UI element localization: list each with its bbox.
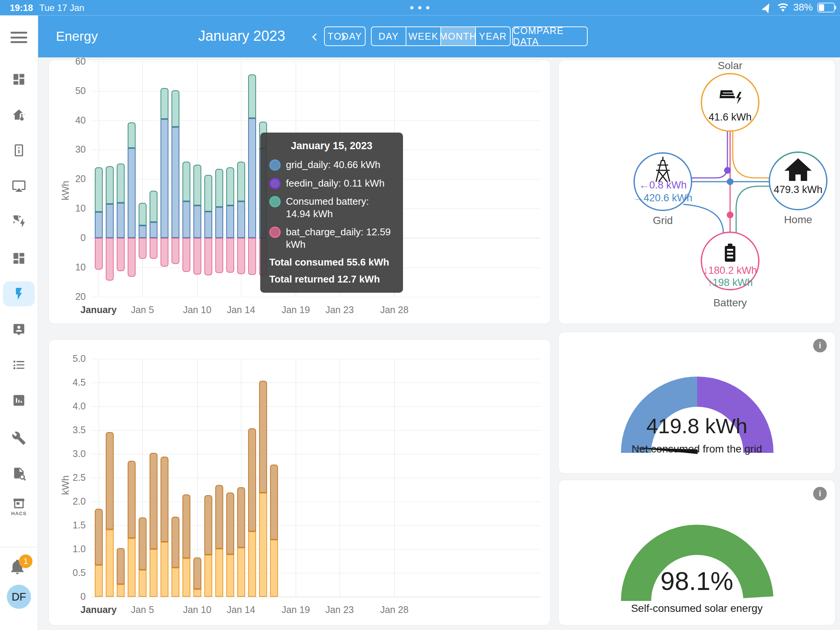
tab-week[interactable]: WEEK xyxy=(406,27,441,45)
sidebar-item-solar-power[interactable] xyxy=(3,209,35,234)
bar-bat_charge_daily-day-5[interactable] xyxy=(139,238,147,259)
avatar[interactable]: DF xyxy=(7,585,31,609)
bar-bat_charge_daily-day-13[interactable] xyxy=(226,238,234,273)
bar-solar_production-day-14[interactable] xyxy=(237,487,245,548)
menu-icon[interactable] xyxy=(11,30,27,44)
bar-grid_daily-day-6[interactable] xyxy=(150,222,158,238)
sidebar-item-view-dashboard[interactable] xyxy=(3,67,35,92)
bar-solar_production-day-2[interactable] xyxy=(106,432,114,529)
bar-solar_production-day-1[interactable] xyxy=(95,509,103,565)
bar-self_consumed_solar-day-12[interactable] xyxy=(215,549,223,597)
bar-solar_production-day-17[interactable] xyxy=(270,464,278,540)
sidebar-item-home-thermometer[interactable] xyxy=(3,103,35,127)
tab-month[interactable]: MONTH xyxy=(441,27,476,45)
bar-grid_daily-day-15[interactable] xyxy=(248,118,256,238)
bar-consumed_battery-day-15[interactable] xyxy=(248,74,256,118)
bar-bat_charge_daily-day-11[interactable] xyxy=(204,238,212,275)
bar-grid_daily-day-3[interactable] xyxy=(117,203,125,238)
bar-bat_charge_daily-day-15[interactable] xyxy=(248,238,256,275)
sidebar-item-tablet-info[interactable] xyxy=(3,138,35,163)
bar-solar_production-day-11[interactable] xyxy=(204,495,212,555)
bar-grid_daily-day-1[interactable] xyxy=(95,212,103,238)
sidebar-item-lightning-bolt[interactable] xyxy=(3,281,35,306)
bar-solar_production-day-5[interactable] xyxy=(139,518,147,570)
bar-self_consumed_solar-day-11[interactable] xyxy=(204,555,212,597)
bar-self_consumed_solar-day-4[interactable] xyxy=(128,538,136,597)
bar-grid_daily-day-9[interactable] xyxy=(182,201,190,238)
bar-self_consumed_solar-day-7[interactable] xyxy=(161,542,169,597)
bar-bat_charge_daily-day-1[interactable] xyxy=(95,238,103,270)
bar-grid_daily-day-7[interactable] xyxy=(161,119,169,238)
bar-consumed_battery-day-6[interactable] xyxy=(150,191,158,222)
bar-consumed_battery-day-1[interactable] xyxy=(95,167,103,212)
bar-self_consumed_solar-day-17[interactable] xyxy=(270,540,278,597)
bar-bat_charge_daily-day-2[interactable] xyxy=(106,238,114,281)
sidebar-item-view-dashboard-alt[interactable] xyxy=(3,246,35,271)
bar-consumed_battery-day-14[interactable] xyxy=(237,162,245,201)
bar-solar_production-day-8[interactable] xyxy=(172,517,179,568)
sidebar-item-list-status[interactable] xyxy=(3,352,35,377)
bar-self_consumed_solar-day-10[interactable] xyxy=(193,589,201,597)
bar-self_consumed_solar-day-16[interactable] xyxy=(259,493,267,597)
bar-self_consumed_solar-day-2[interactable] xyxy=(106,529,114,597)
bar-consumed_battery-day-4[interactable] xyxy=(128,122,136,148)
bar-consumed_battery-day-13[interactable] xyxy=(226,167,234,205)
bar-bat_charge_daily-day-10[interactable] xyxy=(193,238,201,275)
bar-solar_production-day-9[interactable] xyxy=(182,494,190,558)
bar-solar_production-day-16[interactable] xyxy=(259,381,267,493)
bar-grid_daily-day-11[interactable] xyxy=(204,212,212,238)
bar-bat_charge_daily-day-6[interactable] xyxy=(150,238,158,259)
prev-period-button[interactable] xyxy=(307,29,323,45)
bar-consumed_battery-day-9[interactable] xyxy=(182,162,190,201)
bar-bat_charge_daily-day-12[interactable] xyxy=(215,238,223,273)
bar-solar_production-day-12[interactable] xyxy=(215,485,223,549)
bar-consumed_battery-day-8[interactable] xyxy=(172,90,179,127)
bar-grid_daily-day-5[interactable] xyxy=(139,226,147,238)
bar-self_consumed_solar-day-14[interactable] xyxy=(237,548,245,597)
bar-grid_daily-day-8[interactable] xyxy=(172,127,179,238)
bar-bat_charge_daily-day-7[interactable] xyxy=(161,238,169,267)
bar-self_consumed_solar-day-6[interactable] xyxy=(150,549,158,597)
bar-self_consumed_solar-day-5[interactable] xyxy=(139,570,147,597)
bar-consumed_battery-day-7[interactable] xyxy=(161,88,169,119)
bar-self_consumed_solar-day-1[interactable] xyxy=(95,565,103,597)
today-button[interactable]: TODAY xyxy=(324,27,366,46)
bar-consumed_battery-day-3[interactable] xyxy=(117,164,125,203)
bar-solar_production-day-13[interactable] xyxy=(226,493,234,554)
bar-bat_charge_daily-day-14[interactable] xyxy=(237,238,245,274)
tab-day[interactable]: DAY xyxy=(372,27,406,45)
bar-consumed_battery-day-12[interactable] xyxy=(215,169,223,207)
bar-consumed_battery-day-10[interactable] xyxy=(193,165,201,205)
bar-consumed_battery-day-2[interactable] xyxy=(106,166,114,204)
compare-data-button[interactable]: COMPARE DATA xyxy=(512,27,588,46)
sidebar-item-file-search[interactable] xyxy=(3,461,35,486)
bar-bat_charge_daily-day-3[interactable] xyxy=(117,238,125,271)
bar-solar_production-day-4[interactable] xyxy=(128,461,136,538)
bar-grid_daily-day-14[interactable] xyxy=(237,201,245,238)
sidebar-item-wrench[interactable] xyxy=(3,426,35,451)
bar-bat_charge_daily-day-9[interactable] xyxy=(182,238,190,272)
bar-self_consumed_solar-day-9[interactable] xyxy=(182,558,190,597)
info-icon[interactable]: i xyxy=(813,339,827,352)
bar-solar_production-day-15[interactable] xyxy=(248,428,256,531)
bar-grid_daily-day-13[interactable] xyxy=(226,205,234,238)
info-icon[interactable]: i xyxy=(813,487,827,501)
bar-solar_production-day-6[interactable] xyxy=(150,453,158,549)
sidebar-item-chart-box[interactable] xyxy=(3,388,35,413)
bar-consumed_battery-day-5[interactable] xyxy=(139,203,147,226)
bar-grid_daily-day-4[interactable] xyxy=(128,148,136,238)
bar-self_consumed_solar-day-3[interactable] xyxy=(117,584,125,597)
bar-solar_production-day-3[interactable] xyxy=(117,548,125,584)
bar-solar_production-day-10[interactable] xyxy=(193,557,201,589)
bar-grid_daily-day-2[interactable] xyxy=(106,204,114,238)
bar-self_consumed_solar-day-15[interactable] xyxy=(248,531,256,597)
bar-bat_charge_daily-day-4[interactable] xyxy=(128,238,136,277)
bar-grid_daily-day-10[interactable] xyxy=(193,205,201,238)
bar-self_consumed_solar-day-8[interactable] xyxy=(172,568,179,597)
tab-year[interactable]: YEAR xyxy=(476,27,510,45)
bar-solar_production-day-7[interactable] xyxy=(161,456,169,542)
notifications-button[interactable]: 1 xyxy=(9,558,30,579)
sidebar-item-cast[interactable] xyxy=(3,174,35,198)
bar-self_consumed_solar-day-13[interactable] xyxy=(226,554,234,597)
sidebar-item-account-badge[interactable] xyxy=(3,317,35,342)
